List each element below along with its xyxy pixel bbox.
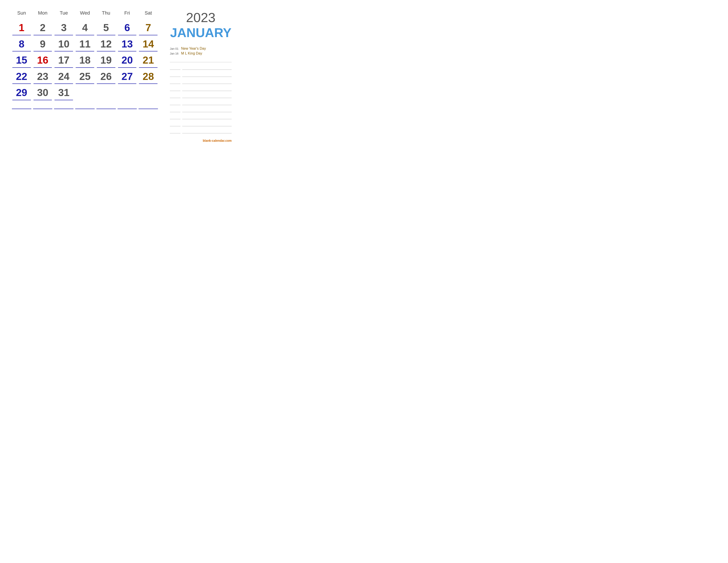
empty-cell	[138, 85, 159, 99]
bottom-notes-cell	[96, 105, 116, 109]
date-number: 30	[37, 87, 48, 98]
notes-short-line	[170, 87, 180, 91]
date-number: 24	[58, 71, 69, 82]
underline-cell	[54, 83, 73, 84]
underline-cell	[97, 83, 115, 84]
date-number: 14	[143, 38, 154, 50]
date-cell-11: 11	[74, 36, 96, 51]
date-cell-31: 31	[53, 85, 74, 99]
notes-short-line	[170, 108, 180, 112]
notes-long-line	[182, 66, 232, 70]
date-number: 7	[145, 22, 151, 33]
bottom-notes-cell	[75, 105, 95, 109]
date-number: 1	[19, 22, 24, 33]
footer-link: blank-calendar.com	[203, 139, 232, 142]
date-number: 12	[100, 38, 112, 50]
date-number: 11	[79, 38, 90, 50]
date-number: 9	[40, 38, 46, 50]
underline-cell	[76, 50, 94, 51]
date-cell-3: 3	[53, 20, 74, 34]
underline-cell	[34, 34, 52, 35]
day-header-sun: Sun	[11, 9, 32, 18]
date-cell-16: 16	[32, 52, 53, 67]
year-label: 2023	[170, 11, 232, 24]
underline-cell	[54, 99, 73, 100]
date-number: 17	[58, 54, 69, 66]
notes-long-line	[182, 115, 232, 119]
date-cell-6: 6	[117, 20, 138, 34]
bottom-notes-cell	[139, 105, 158, 109]
week-row-5: 293031	[11, 85, 159, 100]
date-cell-15: 15	[11, 52, 32, 67]
day-header-wed: Wed	[74, 9, 96, 18]
notes-long-line	[182, 101, 232, 105]
day-header-thu: Thu	[96, 9, 117, 18]
notes-row-5	[170, 94, 232, 98]
underline-cell	[54, 67, 73, 68]
day-header-sat: Sat	[138, 9, 159, 18]
date-number: 26	[100, 71, 112, 82]
day-headers: SunMonTueWedThuFriSat	[11, 9, 159, 18]
date-cell-1: 1	[11, 20, 32, 34]
underline-cell	[12, 99, 31, 100]
underline-cell	[12, 67, 31, 68]
notes-row-4	[170, 87, 232, 91]
underline-cell	[54, 34, 73, 35]
date-cell-2: 2	[32, 20, 53, 34]
notes-row-1	[170, 66, 232, 70]
underline-cell	[118, 50, 137, 51]
date-number: 21	[143, 54, 154, 66]
notes-short-line	[170, 122, 180, 126]
notes-row-9	[170, 122, 232, 126]
date-cell-23: 23	[32, 69, 53, 83]
date-number: 20	[122, 54, 133, 66]
date-number: 23	[37, 71, 48, 82]
notes-long-line	[182, 73, 232, 77]
notes-long-line	[182, 87, 232, 91]
holiday-date: Jan 01	[170, 47, 178, 50]
date-number: 28	[143, 71, 154, 82]
empty-cell	[74, 85, 96, 99]
notes-long-line	[182, 122, 232, 126]
date-cell-17: 17	[53, 52, 74, 67]
date-number: 2	[40, 22, 46, 33]
date-cell-30: 30	[32, 85, 53, 99]
date-cell-10: 10	[53, 36, 74, 51]
underline-cell	[76, 67, 94, 68]
empty-cell	[117, 85, 138, 99]
bottom-notes-cell	[12, 105, 31, 109]
date-number: 4	[82, 22, 88, 33]
notes-long-line	[182, 129, 232, 133]
date-number: 10	[58, 38, 69, 50]
date-cell-4: 4	[74, 20, 96, 34]
date-cell-18: 18	[74, 52, 96, 67]
underline-cell	[12, 34, 31, 35]
empty-cell	[96, 85, 117, 99]
notes-row-7	[170, 108, 232, 112]
underline-cell	[12, 50, 31, 51]
underline-cell	[139, 34, 158, 35]
notes-row-3	[170, 80, 232, 84]
date-number: 29	[16, 87, 27, 98]
week-row-1: 1234567	[11, 20, 159, 35]
notes-short-line	[170, 66, 180, 70]
underline-cell	[34, 67, 52, 68]
date-number: 27	[122, 71, 133, 82]
date-cell-8: 8	[11, 36, 32, 51]
notes-long-line	[182, 94, 232, 98]
underline-cell	[34, 83, 52, 84]
date-number: 15	[16, 54, 27, 66]
underline-cell	[76, 34, 94, 35]
underline-cell	[12, 83, 31, 84]
date-number: 25	[79, 71, 90, 82]
notes-row-10	[170, 129, 232, 133]
date-cell-25: 25	[74, 69, 96, 83]
holiday-date: Jan 16	[170, 52, 178, 55]
day-header-mon: Mon	[32, 9, 53, 18]
holiday-name: M L King Day	[181, 51, 202, 55]
notes-short-line	[170, 101, 180, 105]
underline-cell	[97, 67, 115, 68]
date-number: 8	[19, 38, 24, 50]
date-cell-29: 29	[11, 85, 32, 99]
notes-row-8	[170, 115, 232, 119]
